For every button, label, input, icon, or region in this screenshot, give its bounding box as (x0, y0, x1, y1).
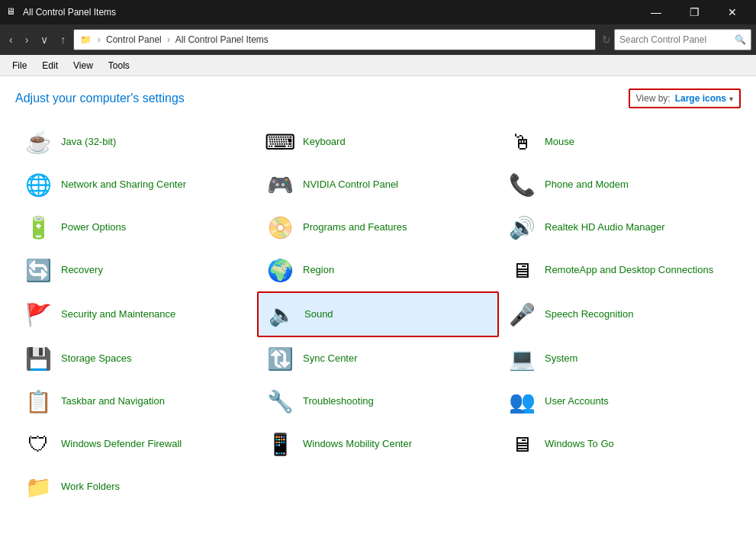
grid-item-user-accounts[interactable]: 👥 User Accounts (499, 380, 741, 423)
item-icon-network-sharing: 🌐 (23, 169, 53, 200)
content-area: Adjust your computer's settings View by:… (0, 76, 756, 547)
item-label-realtek: Realtek HD Audio Manager (545, 221, 665, 234)
grid-item-storage-spaces[interactable]: 💾 Storage Spaces (15, 337, 257, 380)
item-icon-power-options: 🔋 (23, 212, 53, 243)
menu-edit[interactable]: Edit (36, 59, 64, 72)
item-label-programs-features: Programs and Features (303, 221, 407, 234)
search-box[interactable]: 🔍 (614, 29, 751, 50)
grid-item-nvidia[interactable]: 🎮 NVIDIA Control Panel (257, 163, 499, 206)
content-header: Adjust your computer's settings View by:… (15, 88, 741, 108)
item-icon-system: 💻 (507, 343, 537, 374)
grid-item-troubleshooting[interactable]: 🔧 Troubleshooting (257, 380, 499, 423)
item-icon-storage-spaces: 💾 (23, 343, 53, 374)
item-label-phone-modem: Phone and Modem (545, 179, 629, 191)
item-icon-nvidia: 🎮 (265, 169, 295, 200)
item-icon-sync-center: 🔃 (265, 343, 295, 374)
item-label-user-accounts: User Accounts (545, 395, 609, 408)
item-icon-work-folders: 📁 (23, 471, 53, 502)
grid-item-sync-center[interactable]: 🔃 Sync Center (257, 337, 499, 380)
item-icon-realtek: 🔊 (507, 212, 537, 243)
item-label-work-folders: Work Folders (61, 481, 120, 494)
menu-bar: File Edit View Tools (0, 55, 756, 76)
back-button[interactable]: ‹ (5, 31, 18, 49)
recent-button[interactable]: ∨ (36, 31, 53, 49)
view-by-value: Large icons (675, 93, 726, 104)
address-bar: ‹ › ∨ ↑ 📁 › Control Panel › All Control … (0, 24, 756, 55)
item-label-recovery: Recovery (61, 264, 103, 277)
close-button[interactable]: ✕ (715, 0, 750, 24)
refresh-button[interactable]: ↻ (602, 34, 611, 46)
item-icon-windows-togo: 🖥 (507, 429, 537, 459)
item-icon-windows-mobility: 📱 (265, 429, 295, 459)
grid-item-security-maintenance[interactable]: 🚩 Security and Maintenance (15, 291, 257, 337)
item-icon-windows-defender: 🛡 (23, 429, 53, 459)
view-by-control[interactable]: View by: Large icons ▾ (629, 88, 742, 108)
item-icon-phone-modem: 📞 (507, 169, 537, 200)
grid-item-recovery[interactable]: 🔄 Recovery (15, 249, 257, 291)
item-icon-java: ☕ (23, 127, 53, 157)
item-label-nvidia: NVIDIA Control Panel (303, 179, 398, 191)
item-label-network-sharing: Network and Sharing Center (61, 179, 186, 191)
menu-view[interactable]: View (67, 59, 99, 72)
item-icon-troubleshooting: 🔧 (265, 386, 295, 417)
minimize-button[interactable]: — (639, 0, 674, 24)
grid-item-speech-recognition[interactable]: 🎤 Speech Recognition (499, 291, 741, 337)
item-label-java: Java (32-bit) (61, 136, 116, 149)
window-icon: 🖥 (6, 6, 18, 18)
item-label-mouse: Mouse (545, 136, 574, 149)
grid-item-region[interactable]: 🌍 Region (257, 249, 499, 291)
address-field[interactable]: 📁 › Control Panel › All Control Panel It… (73, 29, 596, 50)
title-bar-controls: — ❐ ✕ (639, 0, 750, 24)
grid-item-realtek[interactable]: 🔊 Realtek HD Audio Manager (499, 206, 741, 249)
maximize-button[interactable]: ❐ (677, 0, 712, 24)
item-icon-programs-features: 📀 (265, 212, 295, 243)
item-label-windows-togo: Windows To Go (545, 438, 614, 451)
item-icon-security-maintenance: 🚩 (23, 299, 53, 330)
forward-button[interactable]: › (21, 31, 34, 49)
grid-item-keyboard[interactable]: ⌨ Keyboard (257, 121, 499, 163)
breadcrumb: 📁 › Control Panel › All Control Panel It… (80, 34, 268, 45)
item-label-speech-recognition: Speech Recognition (545, 308, 633, 321)
item-label-taskbar-navigation: Taskbar and Navigation (61, 395, 165, 408)
item-label-storage-spaces: Storage Spaces (61, 352, 132, 365)
grid-item-phone-modem[interactable]: 📞 Phone and Modem (499, 163, 741, 206)
grid-item-windows-mobility[interactable]: 📱 Windows Mobility Center (257, 423, 499, 465)
item-label-windows-defender: Windows Defender Firewall (61, 438, 182, 451)
page-title: Adjust your computer's settings (15, 92, 185, 105)
item-icon-sound: 🔈 (266, 299, 297, 330)
item-label-sync-center: Sync Center (303, 352, 358, 365)
item-label-region: Region (303, 264, 334, 277)
grid-item-windows-defender[interactable]: 🛡 Windows Defender Firewall (15, 423, 257, 465)
item-icon-user-accounts: 👥 (507, 386, 537, 417)
up-button[interactable]: ↑ (56, 31, 70, 49)
grid-item-work-folders[interactable]: 📁 Work Folders (15, 465, 257, 508)
grid-item-system[interactable]: 💻 System (499, 337, 741, 380)
item-icon-speech-recognition: 🎤 (507, 299, 537, 330)
grid-item-mouse[interactable]: 🖱 Mouse (499, 121, 741, 163)
search-icon: 🔍 (735, 34, 746, 45)
item-icon-mouse: 🖱 (507, 127, 537, 157)
item-icon-remoteapp: 🖥 (507, 255, 537, 285)
view-by-arrow: ▾ (729, 95, 733, 103)
menu-tools[interactable]: Tools (102, 59, 136, 72)
grid-item-power-options[interactable]: 🔋 Power Options (15, 206, 257, 249)
window-title: All Control Panel Items (23, 7, 639, 18)
item-label-troubleshooting: Troubleshooting (303, 395, 374, 408)
item-label-power-options: Power Options (61, 221, 126, 234)
grid-item-programs-features[interactable]: 📀 Programs and Features (257, 206, 499, 249)
item-label-sound: Sound (304, 308, 333, 321)
view-by-label: View by: (636, 93, 671, 104)
search-input[interactable] (619, 34, 735, 45)
item-label-system: System (545, 352, 577, 365)
grid-item-network-sharing[interactable]: 🌐 Network and Sharing Center (15, 163, 257, 206)
grid-item-sound[interactable]: 🔈 Sound (257, 291, 499, 337)
grid-item-taskbar-navigation[interactable]: 📋 Taskbar and Navigation (15, 380, 257, 423)
grid-item-java[interactable]: ☕ Java (32-bit) (15, 121, 257, 163)
items-grid: ☕ Java (32-bit) ⌨ Keyboard 🖱 Mouse 🌐 Net… (15, 121, 741, 508)
grid-item-windows-togo[interactable]: 🖥 Windows To Go (499, 423, 741, 465)
menu-file[interactable]: File (6, 59, 33, 72)
grid-item-remoteapp[interactable]: 🖥 RemoteApp and Desktop Connections (499, 249, 741, 291)
item-label-remoteapp: RemoteApp and Desktop Connections (545, 264, 713, 277)
item-label-keyboard: Keyboard (303, 136, 346, 149)
item-label-windows-mobility: Windows Mobility Center (303, 438, 412, 451)
